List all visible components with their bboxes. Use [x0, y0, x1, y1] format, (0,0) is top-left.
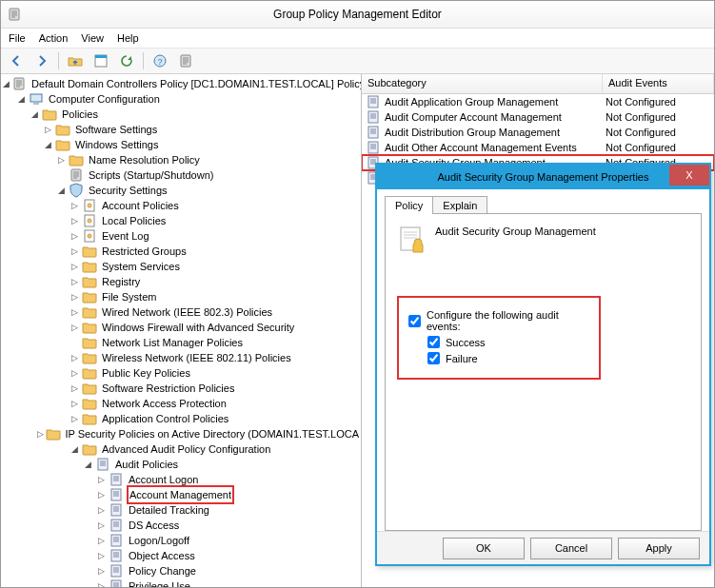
tree-pane[interactable]: ◢Default Domain Controllers Policy [DC1.… — [1, 74, 362, 587]
tree-item[interactable]: ▷IP Security Policies on Active Director… — [3, 426, 361, 441]
failure-checkbox-input[interactable] — [427, 352, 440, 364]
tree-item[interactable]: ▷Logon/Logoff — [3, 533, 361, 548]
collapse-icon[interactable]: ◢ — [3, 79, 10, 89]
comp-icon — [29, 91, 44, 107]
expand-icon[interactable]: ▷ — [70, 323, 80, 333]
properties-button[interactable] — [89, 49, 112, 72]
list-row[interactable]: Audit Computer Account ManagementNot Con… — [362, 109, 714, 125]
tree-item[interactable]: ◢Security Settings — [3, 183, 361, 198]
list-row[interactable]: Audit Distribution Group ManagementNot C… — [362, 125, 714, 140]
dialog-titlebar[interactable]: Audit Security Group Management Properti… — [377, 165, 709, 189]
expand-icon[interactable]: ▷ — [70, 201, 80, 211]
apply-button[interactable]: Apply — [618, 538, 700, 559]
refresh-button[interactable] — [115, 49, 138, 72]
collapse-icon[interactable]: ◢ — [43, 140, 53, 150]
column-audit-events[interactable]: Audit Events — [603, 74, 714, 93]
expand-icon[interactable]: ▷ — [70, 307, 80, 318]
tree-item[interactable]: ▷Software Restriction Policies — [3, 381, 361, 396]
close-button[interactable]: X — [669, 165, 709, 186]
expand-icon[interactable]: ▷ — [70, 292, 80, 303]
tree-item[interactable]: ▷Public Key Policies — [3, 365, 361, 381]
expand-icon[interactable]: ▷ — [37, 429, 44, 440]
tree-item[interactable]: ▷Software Settings — [3, 122, 361, 137]
menu-file[interactable]: File — [9, 32, 26, 44]
nav-back-button[interactable] — [5, 49, 28, 72]
collapse-icon[interactable]: ◢ — [16, 94, 27, 105]
ok-button[interactable]: OK — [443, 538, 525, 559]
tree-item[interactable]: ◢Policies — [3, 107, 361, 122]
menubar: File Action View Help — [1, 29, 714, 49]
tree-item[interactable]: ▷Detailed Tracking — [3, 502, 361, 518]
tree-item[interactable]: ▷Registry — [3, 274, 361, 289]
tree-item[interactable]: ◢Windows Settings — [3, 137, 361, 152]
expand-icon[interactable]: ▷ — [96, 475, 107, 485]
expand-icon[interactable]: ▷ — [96, 505, 107, 516]
tree-item[interactable]: ◢Advanced Audit Policy Configuration — [3, 441, 361, 457]
menu-action[interactable]: Action — [39, 32, 69, 44]
folder-icon — [82, 350, 97, 365]
expand-icon[interactable]: ▷ — [70, 246, 80, 257]
tree-item-label: Logon/Logoff — [127, 533, 191, 548]
expand-icon[interactable]: ▷ — [96, 520, 107, 531]
filter-button[interactable] — [174, 49, 197, 72]
collapse-icon[interactable]: ◢ — [56, 186, 67, 196]
collapse-icon[interactable]: ◢ — [70, 444, 80, 455]
expand-icon[interactable]: ▷ — [70, 231, 80, 242]
expand-icon[interactable]: ▷ — [70, 216, 80, 226]
tree-item[interactable]: ▷Restricted Groups — [3, 244, 361, 259]
tree-item[interactable]: ▷Account Management — [3, 487, 361, 502]
expand-icon[interactable]: ▷ — [70, 414, 80, 424]
toolbar-separator — [58, 52, 59, 69]
expand-icon[interactable]: ▷ — [70, 262, 80, 272]
up-button[interactable] — [64, 49, 87, 72]
expand-icon[interactable]: ▷ — [96, 490, 107, 500]
expand-icon[interactable]: ▷ — [70, 399, 80, 409]
help-button[interactable] — [149, 49, 171, 72]
tree-item[interactable]: ◢Default Domain Controllers Policy [DC1.… — [3, 76, 361, 91]
success-checkbox-input[interactable] — [427, 336, 440, 348]
tree-item[interactable]: ▷File System — [3, 289, 361, 304]
tree-item[interactable]: ▷Local Policies — [3, 213, 361, 228]
tree-item[interactable]: ▷Object Access — [3, 548, 361, 563]
tree-item[interactable]: ▷System Services — [3, 259, 361, 274]
tree-item[interactable]: ▷Privilege Use — [3, 578, 361, 587]
nav-forward-button[interactable] — [30, 49, 53, 72]
expand-icon[interactable]: ▷ — [96, 551, 107, 561]
tree-item[interactable]: ▷Name Resolution Policy — [3, 152, 361, 167]
expand-icon[interactable]: ▷ — [56, 155, 67, 166]
menu-help[interactable]: Help — [117, 32, 139, 44]
tree-item[interactable]: ▷Event Log — [3, 228, 361, 244]
tree-item[interactable]: ▷Windows Firewall with Advanced Security — [3, 320, 361, 335]
expand-icon[interactable]: ▷ — [96, 566, 107, 577]
tree-item[interactable]: Network List Manager Policies — [3, 335, 361, 350]
tree-item[interactable]: ▷Network Access Protection — [3, 396, 361, 411]
success-checkbox: Success — [427, 336, 589, 348]
tree-item-label: Network List Manager Policies — [100, 335, 245, 350]
tree-item[interactable]: ▷Wireless Network (IEEE 802.11) Policies — [3, 350, 361, 365]
tree-item[interactable]: ◢Computer Configuration — [3, 91, 361, 107]
configure-checkbox-input[interactable] — [408, 315, 421, 327]
list-row[interactable]: Audit Other Account Management EventsNot… — [362, 140, 714, 155]
list-row[interactable]: Audit Application Group ManagementNot Co… — [362, 94, 714, 109]
expand-icon[interactable]: ▷ — [43, 125, 53, 135]
collapse-icon[interactable]: ◢ — [30, 109, 40, 120]
tree-item[interactable]: ▷Policy Change — [3, 563, 361, 578]
expand-icon[interactable]: ▷ — [70, 383, 80, 394]
tab-explain[interactable]: Explain — [432, 196, 487, 214]
tree-item[interactable]: ▷Application Control Policies — [3, 411, 361, 426]
expand-icon[interactable]: ▷ — [96, 581, 107, 588]
tree-item[interactable]: ▷Account Policies — [3, 198, 361, 213]
menu-view[interactable]: View — [81, 32, 104, 44]
column-subcategory[interactable]: Subcategory — [362, 74, 603, 93]
tree-item[interactable]: Scripts (Startup/Shutdown) — [3, 167, 361, 183]
expand-icon[interactable]: ▷ — [70, 353, 80, 363]
expand-icon[interactable]: ▷ — [70, 277, 80, 287]
tree-item[interactable]: ▷Wired Network (IEEE 802.3) Policies — [3, 304, 361, 320]
expand-icon[interactable]: ▷ — [70, 368, 80, 379]
tree-item[interactable]: ▷DS Access — [3, 518, 361, 533]
tree-item[interactable]: ◢Audit Policies — [3, 457, 361, 472]
expand-icon[interactable]: ▷ — [96, 536, 107, 546]
cancel-button[interactable]: Cancel — [530, 538, 612, 559]
collapse-icon[interactable]: ◢ — [83, 460, 93, 470]
tab-policy[interactable]: Policy — [385, 196, 433, 214]
